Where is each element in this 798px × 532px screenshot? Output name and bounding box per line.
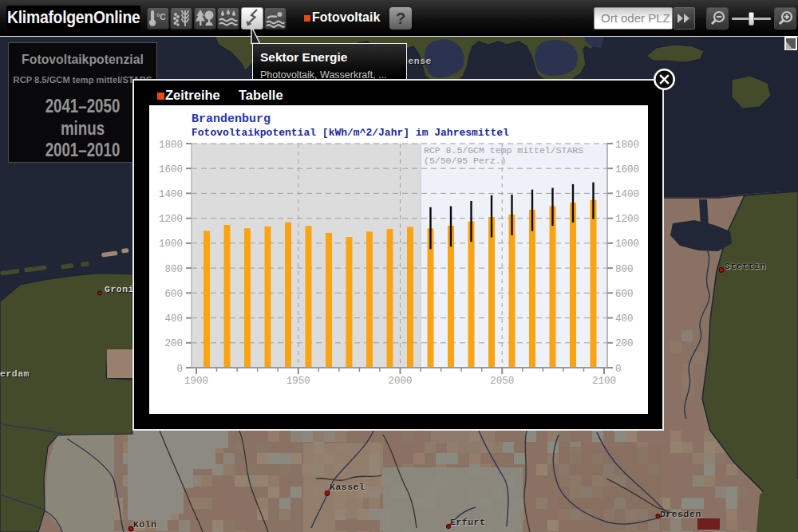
svg-text:°C: °C [156,12,166,22]
svg-text:1900: 1900 [184,376,208,387]
svg-text:1000: 1000 [159,238,183,250]
svg-text:600: 600 [615,289,634,300]
svg-text:1400: 1400 [615,189,639,200]
svg-text:Brandenburg: Brandenburg [192,112,271,126]
svg-text:200: 200 [164,338,183,349]
svg-text:Stettin: Stettin [725,261,766,271]
svg-text:600: 600 [164,289,183,300]
svg-text:RCP 8.5/GCM temp mittel/STARS: RCP 8.5/GCM temp mittel/STARS [424,145,583,156]
svg-text:2000: 2000 [388,376,412,387]
svg-text:1600: 1600 [615,164,639,175]
svg-text:Erfurt: Erfurt [450,517,485,527]
svg-text:1000: 1000 [615,238,639,250]
svg-text:Fotovoltaikpotential [kWh/m^2/: Fotovoltaikpotential [kWh/m^2/Jahr] im J… [192,127,509,139]
svg-text:1800: 1800 [615,140,639,151]
svg-text:800: 800 [164,264,183,275]
svg-text:1600: 1600 [159,164,183,175]
svg-text:(5/50/95 Perz.): (5/50/95 Perz.) [424,156,507,166]
svg-text:Kassel: Kassel [330,482,365,492]
svg-text:2100: 2100 [592,376,616,387]
svg-text:Köln: Köln [133,519,157,530]
svg-text:1950: 1950 [286,376,310,387]
svg-text:2050: 2050 [490,376,514,387]
svg-text:1200: 1200 [159,214,183,225]
svg-text:200: 200 [615,338,634,349]
svg-text:0: 0 [615,364,622,375]
svg-text:400: 400 [615,313,634,325]
svg-text:1200: 1200 [615,214,639,225]
svg-text:erdam: erdam [0,368,30,379]
svg-text:400: 400 [164,313,183,325]
svg-text:800: 800 [615,264,634,275]
svg-text:1400: 1400 [159,189,183,200]
svg-text:0: 0 [176,364,183,375]
svg-text:1800: 1800 [159,140,183,151]
svg-text:Dresden: Dresden [660,509,701,519]
